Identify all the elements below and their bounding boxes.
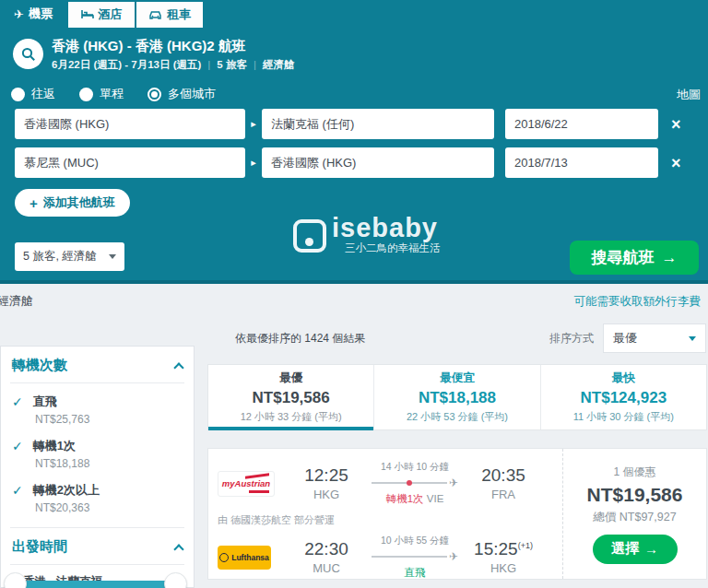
route-arrow-icon: ▸ [245,118,262,130]
price-sort-tabs: 最優 NT$19,586 12 小時 33 分鐘 (平均) 最便宜 NT$18,… [207,364,707,430]
plus-icon: + [30,195,38,211]
tab-hotels-label: 酒店 [99,6,123,23]
arrow-right-icon: → [644,541,658,557]
plane-icon: ✈ [14,7,24,21]
trip-option-oneway[interactable]: 單程 [79,86,124,102]
watermark-brand: isebaby [332,214,441,241]
checkbox-checked-icon[interactable]: ✓ [12,483,23,498]
filter-option-label: 轉機1次 [33,438,76,454]
select-flight-button[interactable]: 選擇 → [593,535,678,564]
tab-flights[interactable]: ✈ 機票 [0,0,66,28]
watermark-tagline: 三小二鳥的幸福生活 [345,241,441,255]
filter-option-2plus-stops[interactable]: ✓ 轉機2次以上 NT$20,363 [10,472,184,514]
trip-option-return[interactable]: 往返 [11,86,55,102]
sort-select-value: 最優 [613,330,637,347]
stop-airport-code: VIE [427,493,444,504]
leg2-destination-input[interactable] [262,147,494,178]
arrow-right-icon: → [662,249,678,267]
leg-duration: 10 小時 55 分鐘 [363,535,466,547]
tab-flights-label: 機票 [29,6,53,22]
route-line [372,482,447,484]
search-subtitle: 6月22日 (週五) - 7月13日 (週五)|5 旅客|經濟艙 [52,58,294,72]
car-icon [148,8,162,22]
arrival-airport: FRA [474,488,533,501]
tab-hotels[interactable]: 酒店 [68,2,135,28]
watermark: isebaby 三小二鳥的幸福生活 [293,214,441,255]
chevron-down-icon [109,254,116,259]
trip-option-return-label: 往返 [31,86,55,102]
travellers-cabin-selector[interactable]: 5 旅客, 經濟艙 [15,242,124,271]
sort-tab-price: NT$19,586 [253,389,330,407]
product-tab-bar: ✈ 機票 酒店 租車 [0,0,708,28]
tab-cars-label: 租車 [167,6,191,23]
sort-tab-duration: 22 小時 53 分鐘 (平均) [407,410,508,424]
leg1-origin-input[interactable] [15,109,245,139]
departure-time: 12:25 [297,465,356,486]
leg2-origin-input[interactable] [15,147,245,178]
per-person-price: NT$19,586 [587,484,683,506]
flight-leg-row-1: ▸ × [15,109,681,139]
trip-option-multicity[interactable]: 多個城市 [148,86,216,102]
departure-time-slider[interactable] [9,572,182,588]
search-cabin: 經濟艙 [263,59,295,70]
checkbox-checked-icon[interactable]: ✓ [12,394,23,409]
deal-count: 1 個優惠 [613,465,655,480]
radio-return[interactable] [11,88,25,101]
itinerary-leg-outbound: myAustrian 12:25 HKG 14 小時 10 分鐘 ✈ 轉機1 [218,461,557,506]
add-flight-button[interactable]: + 添加其他航班 [15,189,130,217]
leg1-destination-input[interactable] [262,109,494,139]
stops-count[interactable]: 轉機1次 [386,493,424,504]
filter-option-price: NT$20,363 [35,501,183,514]
filter-option-1stop[interactable]: ✓ 轉機1次 NT$18,188 [10,428,184,470]
route-arrow-icon: ▸ [245,157,262,169]
sort-tab-best[interactable]: 最優 NT$19,586 12 小時 33 分鐘 (平均) [208,365,374,429]
tab-cars[interactable]: 租車 [136,2,203,28]
chevron-up-icon [173,544,183,554]
sort-tab-fastest[interactable]: 最快 NT$124,923 11 小時 30 分鐘 (平均) [541,365,706,429]
filter-option-direct[interactable]: ✓ 直飛 NT$25,763 [10,383,184,426]
operated-by-note: 由 德國漢莎航空 部分營運 [218,513,557,527]
results-meta-row: 經濟艙 可能需要收取額外行李費 [0,293,701,310]
stop-dot [407,480,412,486]
sort-tab-label: 最快 [612,370,635,386]
leg1-remove-icon[interactable]: × [671,116,681,133]
plane-icon: ✈ [449,550,458,563]
leg2-remove-icon[interactable]: × [671,155,681,171]
cabin-class-label: 經濟艙 [0,293,33,310]
search-flights-button[interactable]: 搜尋航班 → [570,241,699,275]
next-day-indicator: (+1) [518,541,533,550]
radio-multicity-selected[interactable] [148,88,161,101]
flight-search-page: ✈ 機票 酒店 租車 香港 (HKG) - 香港 (HKG)2 航班 6月22日… [0,0,708,588]
slider-track[interactable] [17,581,174,588]
watermark-logo-icon [293,219,326,253]
bed-icon [81,8,94,22]
add-flight-label: 添加其他航班 [43,194,115,211]
sort-tab-label: 最便宜 [440,370,475,386]
search-flights-label: 搜尋航班 [592,247,655,268]
flight-leg-row-2: ▸ × [15,147,681,178]
stops-filter-title: 轉機次數 [12,357,67,374]
search-title: 香港 (HKG) - 香港 (HKG)2 航班 [52,38,246,55]
sort-tab-label: 最優 [279,370,302,386]
flight-result-card[interactable]: myAustrian 12:25 HKG 14 小時 10 分鐘 ✈ 轉機1 [207,448,707,580]
departure-airport: HKG [297,488,356,501]
map-link[interactable]: 地圖 [677,87,701,103]
slider-handle-left[interactable] [4,572,27,588]
search-summary-button[interactable] [13,39,43,69]
radio-oneway[interactable] [79,88,93,101]
lufthansa-crane-icon [219,553,229,562]
sort-select[interactable]: 最優 [603,323,706,353]
search-header: 香港 (HKG) - 香港 (HKG)2 航班 6月22日 (週五) - 7月1… [0,28,708,284]
sort-by-label: 排序方式 [549,331,594,347]
leg2-date-input[interactable] [505,147,658,178]
checkbox-checked-icon[interactable]: ✓ [12,439,23,453]
stops-filter-header[interactable]: 轉機次數 [10,355,184,383]
departure-filter-header[interactable]: 出發時間 [10,536,184,565]
leg1-date-input[interactable] [505,109,658,139]
departure-filter-title: 出發時間 [12,538,67,556]
leg-duration: 14 小時 10 分鐘 [363,461,466,474]
select-flight-label: 選擇 [611,540,639,558]
baggage-fee-link[interactable]: 可能需要收取額外行李費 [574,294,702,310]
results-main: 最優 NT$19,586 12 小時 33 分鐘 (平均) 最便宜 NT$18,… [207,364,707,580]
sort-tab-cheapest[interactable]: 最便宜 NT$18,188 22 小時 53 分鐘 (平均) [374,365,540,429]
